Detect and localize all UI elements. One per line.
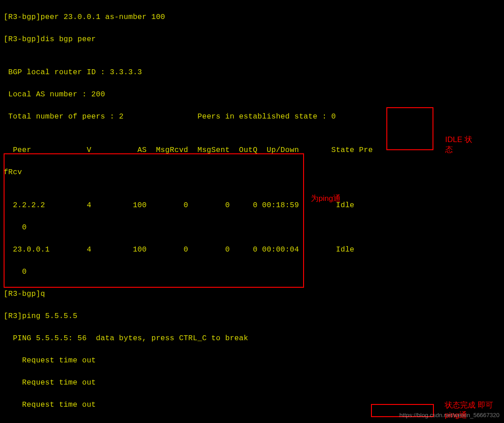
cmd-peer-as: [R3-bgp]peer 23.0.0.1 as-number 100 — [4, 12, 500, 23]
peer-row-1b: 23.0.0.1 4 100 0 0 0 00:00:04 Idle — [4, 244, 500, 256]
total-peers-1: Total number of peers : 2 Peers in estab… — [4, 111, 500, 123]
annotation-ping-fail: 为ping通 — [311, 194, 341, 204]
cmd-ping-1: [R3]ping 5.5.5.5 — [4, 311, 500, 322]
peer-row-1a: 2.2.2.2 4 100 0 0 0 00:18:59 Idle — [4, 200, 500, 211]
cmd-dis-bgp-peer-1: [R3-bgp]dis bgp peer — [4, 34, 500, 45]
terminal-output[interactable]: [R3-bgp]peer 23.0.0.1 as-number 100 [R3-… — [0, 0, 504, 423]
table-header-1a: Peer V AS MsgRcvd MsgSent OutQ Up/Down S… — [4, 145, 500, 156]
table-header-1b: fRcv — [4, 167, 500, 178]
peer-row-1a-cont: 0 — [4, 222, 500, 233]
ping-header: PING 5.5.5.5: 56 data bytes, press CTRL_… — [4, 333, 500, 344]
peer-row-1b-cont: 0 — [4, 266, 500, 278]
watermark: https://blog.csdn.net/weixin_56667320 — [399, 410, 499, 421]
annotation-idle: IDLE 状态 — [445, 135, 472, 155]
ping-timeout-1: Request time out — [4, 355, 500, 366]
router-id-1: BGP local router ID : 3.3.3.3 — [4, 67, 500, 78]
local-as-1: Local AS number : 200 — [4, 89, 500, 100]
cmd-quit: [R3-bgp]q — [4, 289, 500, 300]
ping-timeout-2: Request time out — [4, 377, 500, 389]
ping-timeout-3: Request time out — [4, 399, 500, 411]
